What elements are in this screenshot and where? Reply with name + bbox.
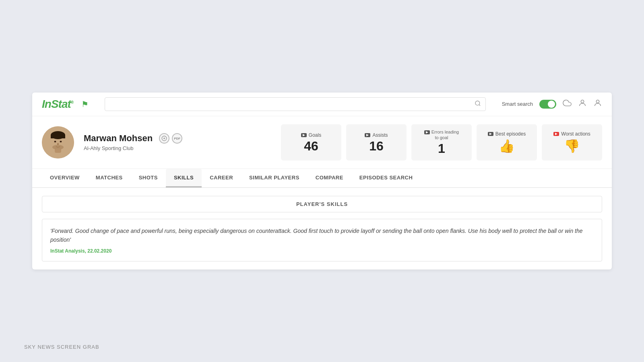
- tab-similar-players[interactable]: SIMILAR PLAYERS: [241, 169, 308, 187]
- best-episodes-label: Best episodes: [495, 131, 526, 137]
- player-info: Marwan Mohsen PDF Al-Ahly Sporting Club: [84, 133, 271, 151]
- smart-search-label: Smart search: [502, 101, 533, 107]
- svg-point-2: [581, 100, 584, 103]
- stat-goals[interactable]: Goals 46: [281, 124, 341, 160]
- errors-label1: Errors leading: [431, 130, 459, 135]
- smart-search-toggle[interactable]: [539, 100, 556, 109]
- logo-sup: ®: [71, 100, 73, 104]
- assists-label: Assists: [372, 132, 388, 138]
- stat-best-episodes[interactable]: Best episodes 👍: [477, 124, 537, 160]
- badge-compare[interactable]: [159, 133, 169, 144]
- player-section: Marwan Mohsen PDF Al-Ahly Sporting Club: [32, 116, 612, 169]
- search-icon: [475, 100, 481, 108]
- stat-errors[interactable]: Errors leading to goal 1: [411, 124, 472, 160]
- user-icon[interactable]: [578, 99, 587, 109]
- stats-row: Goals 46 Assists 16: [281, 124, 602, 160]
- skills-quote-text: 'Forward. Good change of pace and powerf…: [50, 226, 594, 245]
- svg-point-0: [475, 101, 480, 105]
- video-icon-worst: [553, 132, 559, 136]
- stat-assists[interactable]: Assists 16: [346, 124, 407, 160]
- errors-label2: to goal: [435, 135, 448, 140]
- nav-tabs: OVERVIEW MATCHES SHOTS SKILLS CAREER SIM…: [32, 169, 612, 188]
- svg-line-1: [479, 105, 480, 106]
- logo-text: InStat: [42, 98, 71, 110]
- thumbs-down-icon: 👎: [564, 138, 580, 154]
- nav-right: Smart search: [502, 99, 602, 109]
- skills-section-title: PLAYER'S SKILLS: [42, 196, 602, 212]
- logo: InStat®: [42, 98, 73, 111]
- tab-career[interactable]: CAREER: [202, 169, 241, 187]
- tab-overview[interactable]: OVERVIEW: [42, 169, 88, 187]
- svg-point-11: [60, 141, 62, 142]
- cloud-icon[interactable]: [563, 99, 572, 109]
- errors-value: 1: [438, 142, 445, 155]
- player-badges: PDF: [159, 133, 182, 144]
- tab-skills[interactable]: SKILLS: [166, 169, 202, 187]
- thumbs-up-icon: 👍: [499, 138, 515, 154]
- content-area: PLAYER'S SKILLS 'Forward. Good change of…: [32, 188, 612, 270]
- goals-label: Goals: [309, 132, 321, 138]
- search-bar[interactable]: [105, 97, 486, 111]
- video-icon-assists: [365, 133, 370, 137]
- profile-icon[interactable]: [593, 99, 602, 109]
- flag-icon[interactable]: ⚑: [81, 99, 89, 109]
- analysis-credit: InStat Analysis, 22.02.2020: [50, 248, 594, 254]
- tab-compare[interactable]: COMPARE: [308, 169, 351, 187]
- search-input[interactable]: [105, 97, 486, 111]
- tab-episodes-search[interactable]: EPISODES SEARCH: [351, 169, 421, 187]
- svg-point-3: [596, 100, 599, 103]
- video-icon-errors: [424, 130, 430, 134]
- svg-point-10: [54, 141, 56, 142]
- player-avatar: [42, 126, 74, 158]
- skills-quote-box: 'Forward. Good change of pace and powerf…: [42, 219, 602, 262]
- video-icon-best: [488, 132, 493, 136]
- player-club: Al-Ahly Sporting Club: [84, 145, 271, 151]
- tab-shots[interactable]: SHOTS: [131, 169, 166, 187]
- stat-worst-actions[interactable]: Worst actions 👎: [542, 124, 602, 160]
- svg-rect-8: [51, 135, 65, 138]
- player-name: Marwan Mohsen PDF: [84, 133, 271, 144]
- toggle-knob: [548, 101, 555, 108]
- svg-point-12: [57, 143, 59, 145]
- badge-pdf[interactable]: PDF: [172, 133, 182, 144]
- worst-actions-label: Worst actions: [561, 131, 590, 137]
- top-navbar: InStat® ⚑ Smart search: [32, 93, 612, 116]
- watermark: SKY NEWS SCREEN GRAB: [24, 344, 99, 350]
- assists-value: 16: [369, 140, 384, 152]
- goals-value: 46: [304, 140, 318, 152]
- video-icon-goals: [301, 133, 307, 137]
- player-name-text: Marwan Mohsen: [84, 133, 153, 144]
- tab-matches[interactable]: MATCHES: [88, 169, 131, 187]
